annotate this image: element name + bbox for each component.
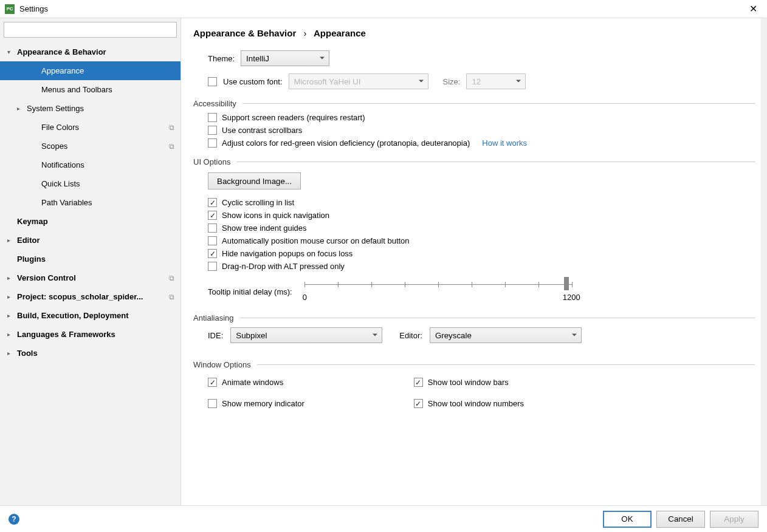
section-antialiasing: Antialiasing: [193, 313, 755, 322]
background-image-button[interactable]: Background Image...: [208, 172, 301, 189]
size-select: 12: [466, 73, 526, 89]
aa-ide-select[interactable]: Subpixel: [230, 327, 382, 343]
search-input[interactable]: [4, 22, 177, 38]
adjust-colors-label: Adjust colors for red-green vision defic…: [222, 138, 470, 148]
main-panel: Appearance & Behavior › Appearance Theme…: [181, 18, 767, 505]
use-custom-font-checkbox[interactable]: [208, 77, 217, 86]
adjust-colors-checkbox[interactable]: [208, 138, 217, 148]
tree-arrow-icon: ▸: [17, 105, 27, 112]
tool-numbers-checkbox[interactable]: [414, 399, 423, 408]
contrast-scroll-label: Use contrast scrollbars: [222, 126, 302, 135]
vertical-scrollbar[interactable]: [761, 18, 767, 505]
tree-arrow-icon: ▸: [7, 293, 17, 300]
sidebar-item-label: Scopes: [41, 142, 169, 151]
theme-select[interactable]: IntelliJ: [241, 50, 329, 66]
slider-max: 1200: [563, 293, 580, 302]
breadcrumb-parent: Appearance & Behavior: [193, 28, 296, 38]
sidebar-item[interactable]: Menus and Toolbars: [0, 80, 181, 99]
aa-editor-select[interactable]: Greyscale: [430, 327, 582, 343]
auto-cursor-checkbox[interactable]: [208, 236, 217, 245]
project-badge-icon: ⧉: [169, 142, 174, 151]
sidebar-tree: ▾Appearance & BehaviorAppearanceMenus an…: [0, 41, 181, 505]
tool-bars-label: Show tool window bars: [428, 378, 509, 387]
sidebar-item[interactable]: ▾Appearance & Behavior: [0, 43, 181, 61]
project-badge-icon: ⧉: [169, 123, 174, 132]
tree-arrow-icon: ▸: [7, 350, 17, 356]
how-it-works-link[interactable]: How it works: [482, 138, 527, 148]
tree-arrow-icon: ▾: [7, 49, 17, 55]
tree-indent-checkbox[interactable]: [208, 223, 217, 233]
dragdrop-label: Drag-n-Drop with ALT pressed only: [222, 262, 345, 271]
sidebar-item-label: Path Variables: [41, 198, 181, 207]
animate-windows-label: Animate windows: [222, 378, 283, 387]
font-select: Microsoft YaHei UI: [289, 73, 428, 89]
show-icons-label: Show icons in quick navigation: [222, 211, 329, 220]
footer: ? OK Cancel Apply: [0, 505, 767, 532]
dragdrop-checkbox[interactable]: [208, 262, 217, 271]
project-badge-icon: ⧉: [169, 274, 174, 282]
window-title: Settings: [19, 4, 745, 13]
tree-indent-label: Show tree indent guides: [222, 223, 306, 233]
animate-windows-checkbox[interactable]: [208, 378, 217, 387]
breadcrumb-current: Appearance: [314, 28, 366, 38]
section-accessibility: Accessibility: [193, 99, 755, 108]
close-button[interactable]: ✕: [745, 1, 762, 17]
sidebar-item[interactable]: ▸Editor: [0, 231, 181, 250]
section-window-options: Window Options: [193, 360, 755, 369]
hide-nav-checkbox[interactable]: [208, 249, 217, 258]
sidebar-item-label: Keymap: [17, 217, 181, 226]
section-ui-options: UI Options: [193, 157, 755, 166]
tooltip-delay-label: Tooltip initial delay (ms):: [208, 287, 292, 296]
sidebar-item[interactable]: Appearance: [0, 61, 181, 80]
sidebar-item-label: Appearance: [41, 66, 181, 75]
support-readers-label: Support screen readers (requires restart…: [222, 113, 365, 122]
memory-indicator-label: Show memory indicator: [222, 399, 304, 408]
theme-label: Theme:: [208, 54, 235, 63]
sidebar-item[interactable]: ▸Version Control⧉: [0, 268, 181, 287]
sidebar-item-label: Plugins: [17, 254, 181, 264]
tool-bars-checkbox[interactable]: [414, 378, 423, 387]
sidebar-item-label: Languages & Frameworks: [17, 330, 181, 339]
show-icons-checkbox[interactable]: [208, 211, 217, 220]
tool-numbers-label: Show tool window numbers: [428, 399, 524, 408]
project-badge-icon: ⧉: [169, 293, 174, 301]
app-icon: PC: [5, 4, 15, 14]
support-readers-checkbox[interactable]: [208, 113, 217, 122]
sidebar-item[interactable]: Scopes⧉: [0, 137, 181, 155]
sidebar-item-label: Appearance & Behavior: [17, 47, 181, 56]
sidebar-item[interactable]: Quick Lists: [0, 174, 181, 193]
tree-arrow-icon: ▸: [7, 331, 17, 338]
sidebar-item[interactable]: Keymap: [0, 212, 181, 231]
sidebar-item[interactable]: ▸System Settings: [0, 99, 181, 118]
sidebar-item[interactable]: Notifications: [0, 155, 181, 174]
sidebar-item-label: Menus and Toolbars: [41, 85, 181, 94]
apply-button[interactable]: Apply: [710, 511, 758, 528]
sidebar-item[interactable]: Path Variables: [0, 193, 181, 212]
sidebar-item-label: Project: scopus_scholar_spider...: [17, 292, 169, 301]
cancel-button[interactable]: Cancel: [656, 511, 705, 528]
size-label: Size:: [443, 77, 461, 86]
cyclic-scroll-label: Cyclic scrolling in list: [222, 198, 294, 207]
sidebar-item[interactable]: ▸Build, Execution, Deployment: [0, 306, 181, 325]
cyclic-scroll-checkbox[interactable]: [208, 198, 217, 207]
tree-arrow-icon: ▸: [7, 275, 17, 281]
contrast-scroll-checkbox[interactable]: [208, 126, 217, 135]
help-button[interactable]: ?: [9, 514, 19, 525]
sidebar-item[interactable]: Plugins: [0, 250, 181, 268]
sidebar-item[interactable]: File Colors⧉: [0, 118, 181, 137]
sidebar-item[interactable]: ▸Languages & Frameworks: [0, 325, 181, 344]
memory-indicator-checkbox[interactable]: [208, 399, 217, 408]
tooltip-delay-slider[interactable]: 0 1200: [304, 279, 572, 304]
slider-min: 0: [303, 293, 307, 302]
ok-button[interactable]: OK: [603, 511, 652, 528]
sidebar-item[interactable]: ▸Project: scopus_scholar_spider...⧉: [0, 287, 181, 306]
sidebar-item-label: System Settings: [27, 104, 181, 113]
tree-arrow-icon: ▸: [7, 237, 17, 244]
hide-nav-label: Hide navigation popups on focus loss: [222, 249, 353, 258]
titlebar: PC Settings ✕: [0, 0, 767, 18]
breadcrumb: Appearance & Behavior › Appearance: [193, 28, 755, 38]
aa-ide-label: IDE:: [208, 331, 223, 340]
sidebar-item-label: Version Control: [17, 273, 169, 282]
sidebar-item[interactable]: ▸Tools: [0, 344, 181, 363]
sidebar-item-label: Tools: [17, 349, 181, 358]
